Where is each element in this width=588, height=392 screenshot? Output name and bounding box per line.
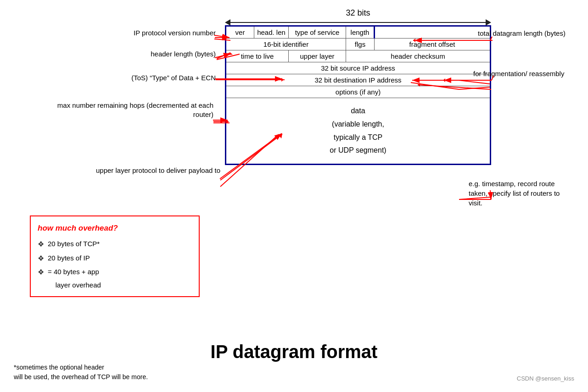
overhead-text-2: 20 bytes of IP (48, 252, 90, 265)
bits-arrow (225, 19, 491, 26)
table-row-1: ver head. len type of service length (226, 26, 491, 39)
arrow-left (225, 19, 230, 26)
bullet-1: ❖ (38, 237, 44, 251)
annotation-tos: (ToS) “Type” of Data + ECN (28, 73, 216, 83)
cell-flgs: flgs (346, 39, 375, 50)
annotation-total-length: total datagram length (bytes) (478, 28, 574, 38)
main-title: IP datagram format (0, 342, 588, 362)
table-row-3: time to live upper layer header checksum (226, 50, 491, 62)
footer-line-2: will be used, the overhead of TCP will b… (14, 372, 148, 382)
bullet-2: ❖ (38, 252, 44, 265)
table-row-6: options (if any) (226, 86, 491, 98)
annotation-header-length: header length (bytes) (73, 50, 216, 59)
footer-line-1: *sometimes the optional header (14, 363, 148, 372)
annotation-max-hops: max number remaining hops (decremented a… (55, 101, 213, 119)
cell-ttl: time to live (226, 50, 289, 62)
overhead-item-1: ❖ 20 bytes of TCP* (38, 237, 192, 251)
cell-data: data(variable length,typically a TCPor U… (226, 98, 491, 165)
cell-upper-layer: upper layer (289, 50, 346, 62)
overhead-text-1: 20 bytes of TCP* (48, 237, 100, 251)
cell-checksum: header checksum (346, 50, 491, 62)
annotation-upper-layer: upper layer protocol to deliver payload … (63, 166, 220, 175)
cell-tos: type of service (289, 26, 346, 39)
overhead-item-2: ❖ 20 bytes of IP (38, 252, 192, 265)
cell-headlen: head. len (254, 26, 289, 39)
annotation-ip-version: IP protocol version number (83, 28, 216, 38)
cell-source-ip: 32 bit source IP address (226, 62, 491, 74)
overhead-box: how much overhead? ❖ 20 bytes of TCP* ❖ … (30, 215, 200, 297)
table-row-4: 32 bit source IP address (226, 62, 491, 74)
main-container: 32 bits ver head. len type of service le… (0, 0, 588, 392)
overhead-item-3: ❖ = 40 bytes + app layer overhead (38, 265, 192, 292)
cell-ver: ver (226, 26, 254, 39)
table-row-7: data(variable length,typically a TCPor U… (226, 98, 491, 165)
csdn-credit: CSDN @sensen_kiss (517, 375, 574, 382)
cell-dest-ip: 32 bit destination IP address (226, 74, 491, 86)
annotation-frag-reassembly: for fragmentation/ reassembly (473, 69, 574, 78)
table-row-2: 16-bit identifier flgs fragment offset (226, 39, 491, 50)
footer-note: *sometimes the optional header will be u… (14, 363, 148, 382)
bullet-3: ❖ (38, 265, 44, 279)
arrow-right (486, 19, 491, 26)
ip-datagram-table: ver head. len type of service length 16-… (225, 25, 499, 165)
bits-label: 32 bits (346, 8, 370, 18)
cell-identifier: 16-bit identifier (226, 39, 346, 50)
bits-section: 32 bits (225, 8, 491, 26)
arrow-line-body (230, 22, 486, 23)
overhead-title: how much overhead? (38, 221, 192, 236)
cell-options: options (if any) (226, 86, 491, 98)
cell-length: length (346, 26, 375, 39)
overhead-text-3: = 40 bytes + app layer overhead (48, 265, 101, 292)
table-row-5: 32 bit destination IP address (226, 74, 491, 86)
cell-frag-offset: fragment offset (375, 39, 491, 50)
annotation-options-note: e.g. timestamp, record route taken, spec… (469, 179, 574, 208)
